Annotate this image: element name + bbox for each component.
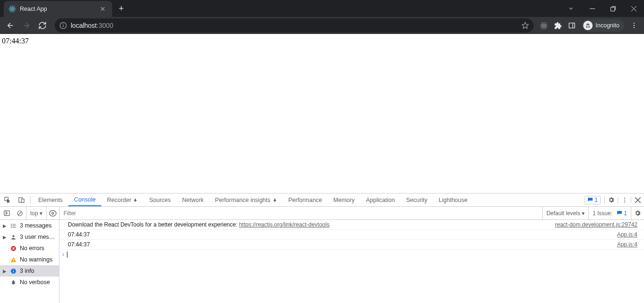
device-toggle-icon[interactable] <box>14 194 28 206</box>
console-log-row[interactable]: 07:44:37 App.js:4 <box>59 240 644 250</box>
svg-point-21 <box>634 25 635 26</box>
new-tab-button[interactable]: + <box>119 4 124 14</box>
svg-line-55 <box>11 282 12 282</box>
url-host: localhost <box>71 22 97 29</box>
info-icon <box>10 268 17 274</box>
minimize-button[interactable] <box>582 0 603 17</box>
browser-toolbar: localhost:3000 Incognito <box>0 17 644 34</box>
react-devtools-icon[interactable] <box>539 21 548 30</box>
console-toolbar: top▾ Default levels▾ 1 Issue: 1 <box>0 207 644 220</box>
extensions-area: Incognito <box>539 19 640 32</box>
warning-icon <box>10 256 17 263</box>
browser-titlebar: React App ✕ + <box>0 0 644 17</box>
clear-console-icon[interactable] <box>13 207 26 219</box>
svg-point-20 <box>634 23 635 24</box>
console-settings-icon[interactable] <box>631 207 644 219</box>
console-source-link[interactable]: App.js:4 <box>617 231 639 238</box>
svg-point-32 <box>624 202 625 202</box>
svg-rect-18 <box>569 23 575 28</box>
side-panel-icon[interactable] <box>568 21 576 30</box>
tab-title: React App <box>20 6 98 12</box>
maximize-button[interactable] <box>603 0 623 17</box>
tab-application[interactable]: Application <box>360 194 400 206</box>
console-source-link[interactable]: react-dom.development.js:29742 <box>555 221 639 228</box>
bug-icon <box>10 279 17 286</box>
live-expression-icon[interactable] <box>47 207 60 219</box>
devtools-settings-icon[interactable] <box>604 196 618 203</box>
console-log-row[interactable]: Download the React DevTools for a better… <box>59 220 644 230</box>
svg-point-43 <box>11 224 11 224</box>
context-selector[interactable]: top▾ <box>26 207 47 219</box>
site-info-icon[interactable] <box>59 22 67 29</box>
incognito-icon <box>583 21 593 30</box>
incognito-badge[interactable]: Incognito <box>582 19 624 32</box>
chevron-down-icon: ▾ <box>582 210 585 217</box>
svg-point-12 <box>63 24 64 24</box>
tab-performance-insights[interactable]: Performance insights <box>209 194 282 206</box>
bookmark-icon[interactable] <box>521 22 529 29</box>
tab-recorder[interactable]: Recorder <box>101 194 143 206</box>
address-bar[interactable]: localhost:3000 <box>55 18 534 33</box>
tab-close-icon[interactable]: ✕ <box>98 4 107 14</box>
console-prompt[interactable]: › <box>59 250 644 259</box>
console-output[interactable]: Download the React DevTools for a better… <box>59 220 644 303</box>
devtools-close-icon[interactable] <box>631 197 644 203</box>
log-levels-selector[interactable]: Default levels▾ <box>542 207 588 219</box>
console-source-link[interactable]: App.js:4 <box>617 241 639 248</box>
back-button[interactable] <box>4 19 17 32</box>
svg-line-58 <box>14 283 15 284</box>
svg-rect-25 <box>21 199 24 203</box>
error-icon <box>10 245 17 252</box>
svg-rect-51 <box>13 270 13 272</box>
console-sidebar-toggle-icon[interactable] <box>0 207 13 219</box>
browser-tab[interactable]: React App ✕ <box>4 1 112 17</box>
tab-memory[interactable]: Memory <box>328 194 360 206</box>
svg-point-52 <box>13 269 13 270</box>
tab-console[interactable]: Console <box>68 194 101 206</box>
svg-point-39 <box>52 212 54 214</box>
sidebar-errors[interactable]: No errors <box>0 243 59 254</box>
extensions-icon[interactable] <box>553 21 562 30</box>
svg-point-54 <box>12 280 14 281</box>
tab-network[interactable]: Network <box>176 194 209 206</box>
errors-badge[interactable]: 1 <box>585 196 601 204</box>
svg-point-31 <box>624 199 625 200</box>
url-port: :3000 <box>97 22 113 29</box>
issues-button[interactable]: 1 Issue: 1 <box>588 207 631 219</box>
sidebar-verbose[interactable]: No verbose <box>0 277 59 288</box>
browser-menu-icon[interactable] <box>630 21 638 30</box>
devtools-panel: Elements Console Recorder Sources Networ… <box>0 193 644 303</box>
svg-rect-48 <box>13 259 13 260</box>
svg-point-0 <box>12 8 13 10</box>
text-cursor <box>67 252 67 258</box>
tab-performance[interactable]: Performance <box>283 194 328 206</box>
filter-input[interactable] <box>60 207 542 219</box>
tab-sources[interactable]: Sources <box>143 194 176 206</box>
tab-lighthouse[interactable]: Lighthouse <box>433 194 473 206</box>
devtools-more-icon[interactable] <box>618 197 631 203</box>
forward-button[interactable] <box>20 19 33 32</box>
svg-point-14 <box>543 25 545 26</box>
svg-point-22 <box>634 27 635 28</box>
sidebar-messages[interactable]: ▶3 messages <box>0 220 59 231</box>
svg-marker-28 <box>273 198 276 201</box>
svg-rect-49 <box>13 261 13 261</box>
console-log-row[interactable]: 07:44:37 App.js:4 <box>59 230 644 240</box>
tab-search-icon[interactable] <box>568 5 574 12</box>
sidebar-user-messages[interactable]: ▶3 user mess... <box>0 231 59 243</box>
sidebar-warnings[interactable]: No warnings <box>0 254 59 265</box>
reload-button[interactable] <box>36 19 49 32</box>
svg-marker-13 <box>522 22 528 28</box>
react-icon <box>8 5 16 13</box>
chevron-right-icon: › <box>62 251 64 258</box>
console-link[interactable]: https://reactjs.org/link/react-devtools <box>239 221 330 228</box>
close-button[interactable] <box>623 0 644 17</box>
page-time-text: 07:44:37 <box>2 37 29 45</box>
list-icon <box>10 222 17 229</box>
tab-elements[interactable]: Elements <box>33 194 68 206</box>
page-viewport: 07:44:37 <box>0 34 644 193</box>
svg-rect-5 <box>611 7 614 11</box>
inspect-icon[interactable] <box>0 194 14 206</box>
tab-security[interactable]: Security <box>400 194 433 206</box>
sidebar-info[interactable]: ▶3 info <box>0 265 59 277</box>
